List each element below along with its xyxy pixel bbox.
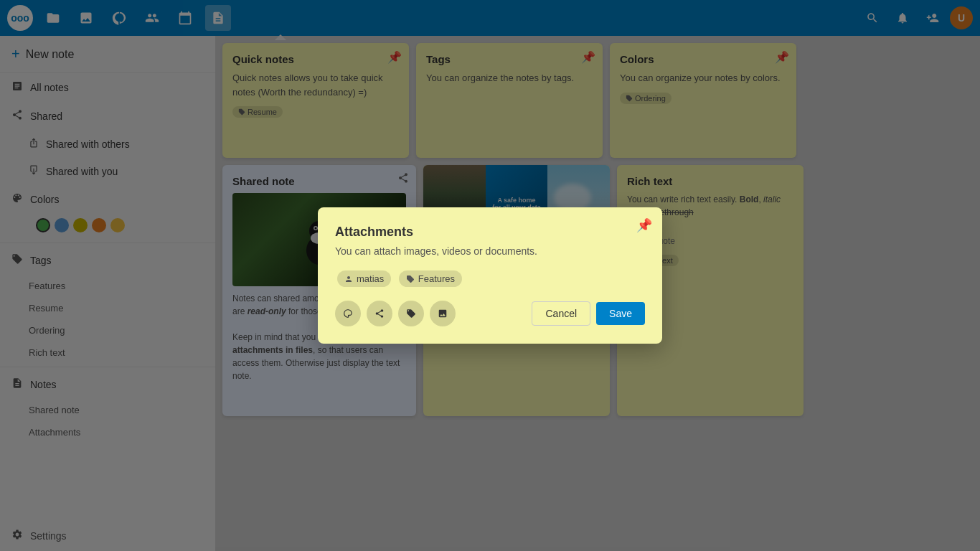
dialog-badges: matias Features (335, 268, 645, 289)
dialog-toolbar: Cancel Save (335, 301, 645, 326)
dialog-badge-user[interactable]: matias (337, 270, 391, 287)
dialog-body: You can attach images, videos or documen… (335, 245, 645, 257)
dialog-attachment-button[interactable] (430, 301, 456, 326)
badge-label: Features (418, 273, 455, 284)
dialog-title: Attachments (335, 225, 645, 240)
dialog-color-button[interactable] (335, 301, 361, 326)
badge-label: matias (357, 273, 384, 284)
attachments-dialog: 📌 Attachments You can attach images, vid… (318, 207, 662, 344)
dialog-badge-features[interactable]: Features (399, 270, 462, 287)
dialog-tags-button[interactable] (398, 301, 424, 326)
dialog-save-button[interactable]: Save (596, 302, 645, 325)
dialog-share-button[interactable] (367, 301, 392, 326)
dialog-cancel-button[interactable]: Cancel (532, 301, 590, 326)
dialog-pin-button[interactable]: 📌 (636, 217, 652, 233)
modal-overlay: 📌 Attachments You can attach images, vid… (0, 0, 980, 551)
